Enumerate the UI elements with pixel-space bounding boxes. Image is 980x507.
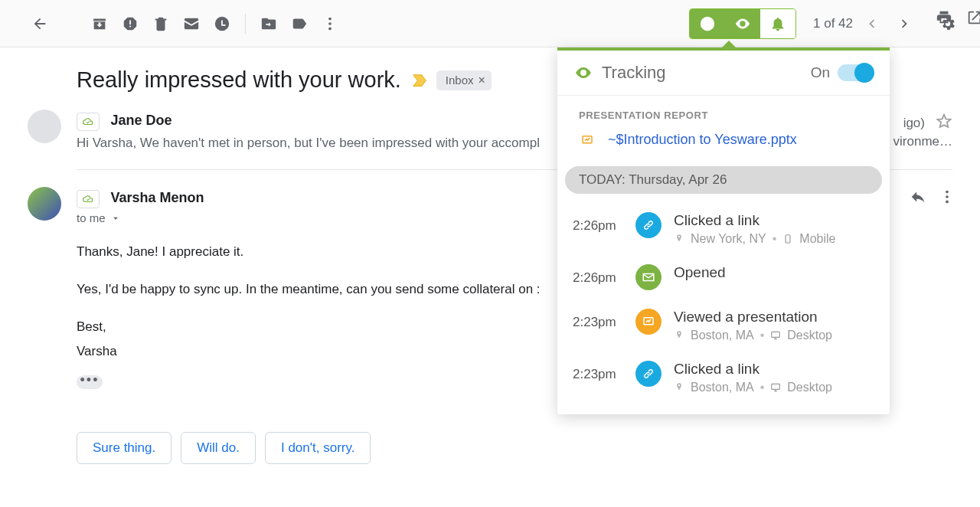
spam-button[interactable] [115, 7, 145, 41]
pin-icon [674, 234, 684, 244]
presentation-icon [579, 133, 596, 147]
star-button[interactable] [936, 113, 952, 133]
event-type-icon [635, 309, 662, 335]
pin-icon [674, 330, 684, 341]
tracking-toggle[interactable] [838, 64, 873, 81]
subject-text: Really impressed with your work. [77, 67, 401, 93]
avatar [28, 187, 61, 221]
delete-button[interactable] [145, 7, 176, 41]
open-new-window-button[interactable] [966, 9, 980, 29]
event-meta: Boston, MA • Desktop [674, 381, 874, 394]
event-row[interactable]: 2:23pm Viewed a presentation Boston, MA … [557, 299, 890, 352]
newer-button[interactable] [856, 8, 887, 39]
smart-replies: Sure thing. Will do. I don't, sorry. [77, 432, 952, 464]
event-title: Clicked a link [674, 361, 874, 378]
event-location: New York, NY [691, 232, 766, 246]
event-title: Opened [674, 264, 874, 281]
toolbar: 1 of 42 [0, 0, 980, 47]
to-text: to me [77, 211, 106, 224]
event-row[interactable]: 2:26pm Clicked a link New York, NY • Mob… [557, 203, 890, 255]
event-type-icon [635, 212, 662, 238]
print-button[interactable] [936, 9, 952, 29]
reply-button[interactable] [910, 188, 926, 208]
sender-name: Jane Doe [110, 113, 172, 128]
event-type-icon [635, 361, 662, 387]
tracked-cloud-icon [77, 113, 100, 131]
event-location: Boston, MA [691, 381, 754, 394]
remove-label-icon[interactable]: × [479, 74, 485, 87]
event-meta: New York, NY • Mobile [674, 232, 874, 246]
event-time: 2:26pm [573, 212, 632, 234]
tracked-cloud-icon [77, 190, 100, 208]
collapsed-snippet-tail: vironme… [893, 134, 952, 149]
reminders-bell-button[interactable] [760, 9, 795, 38]
inbox-label-chip[interactable]: Inbox × [436, 70, 492, 90]
more-button[interactable] [315, 7, 345, 41]
presentation-report-section: PRESENTATION REPORT ~$Introduction to Ye… [557, 96, 890, 163]
event-device: Mobile [799, 232, 835, 246]
back-button[interactable] [23, 7, 57, 41]
sender-name: Varsha Menon [110, 190, 204, 205]
thread-actions [936, 9, 980, 29]
tracking-title: Tracking [602, 63, 811, 83]
smart-reply-button[interactable]: Sure thing. [77, 432, 172, 464]
collapsed-meta: igo) [903, 113, 952, 133]
tracking-eye-button[interactable] [725, 9, 760, 38]
event-type-icon [635, 264, 662, 290]
yesware-logo-button[interactable] [690, 9, 725, 38]
event-title: Clicked a link [674, 212, 874, 229]
attachment-link[interactable]: ~$Introduction to Yesware.pptx [608, 132, 797, 148]
tracking-state: On [811, 64, 830, 81]
show-trimmed-button[interactable]: ••• [77, 375, 103, 389]
event-location: Boston, MA [691, 329, 754, 342]
yesware-pill-group [689, 8, 796, 39]
device-icon [770, 330, 781, 341]
section-label: PRESENTATION REPORT [579, 110, 868, 121]
importance-marker-icon[interactable] [412, 74, 429, 87]
event-row[interactable]: 2:26pm Opened [557, 255, 890, 299]
event-time: 2:23pm [573, 361, 632, 382]
labels-button[interactable] [284, 7, 315, 41]
label-text: Inbox [446, 74, 474, 87]
smart-reply-button[interactable]: I don't, sorry. [265, 432, 371, 464]
show-details-icon[interactable] [110, 213, 121, 224]
event-time: 2:23pm [573, 309, 632, 330]
archive-button[interactable] [84, 7, 115, 41]
avatar [28, 110, 61, 143]
older-button[interactable] [890, 8, 920, 39]
tracking-header: Tracking On [557, 51, 890, 96]
mark-unread-button[interactable] [176, 7, 207, 41]
message-actions [910, 188, 956, 208]
event-meta: Boston, MA • Desktop [674, 329, 874, 342]
tracking-panel: Tracking On PRESENTATION REPORT ~$Introd… [557, 47, 890, 414]
divider [245, 14, 246, 34]
move-to-button[interactable] [253, 7, 284, 41]
message-more-button[interactable] [939, 188, 956, 208]
event-time: 2:26pm [573, 264, 632, 286]
events-list: 2:26pm Clicked a link New York, NY • Mob… [557, 200, 890, 414]
message-counter: 1 of 42 [813, 16, 853, 31]
snooze-button[interactable] [207, 7, 237, 41]
event-device: Desktop [787, 381, 832, 394]
collapsed-time-tail: igo) [903, 116, 925, 131]
device-icon [782, 234, 793, 244]
device-icon [770, 382, 781, 393]
event-title: Viewed a presentation [674, 309, 874, 325]
smart-reply-button[interactable]: Will do. [181, 432, 256, 464]
event-row[interactable]: 2:23pm Clicked a link Boston, MA • Deskt… [557, 352, 890, 404]
pin-icon [674, 382, 684, 393]
date-pill: TODAY: Thursday, Apr 26 [565, 166, 882, 194]
event-device: Desktop [787, 329, 832, 342]
attachment-row[interactable]: ~$Introduction to Yesware.pptx [579, 132, 868, 148]
eye-icon [574, 64, 593, 82]
